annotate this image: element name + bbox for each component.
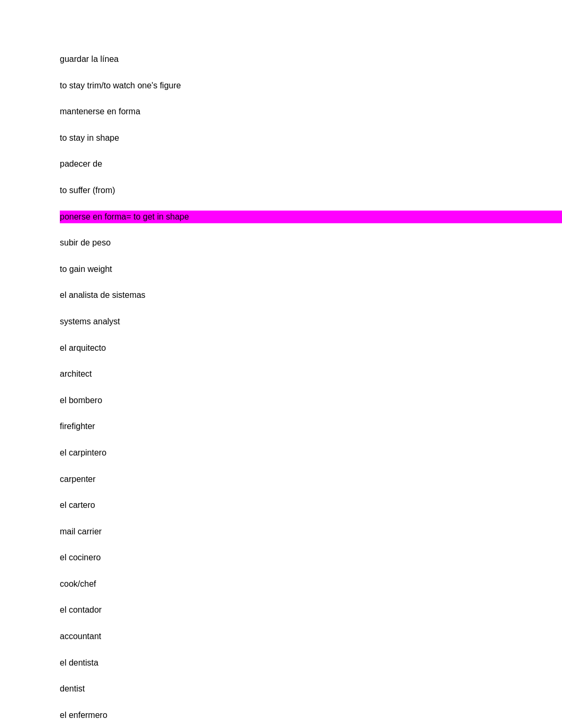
- vocab-line-23: el dentista: [60, 657, 562, 670]
- vocab-line-10: systems analyst: [60, 315, 562, 329]
- vocab-line-4: padecer de: [60, 158, 562, 171]
- vocab-line-3: to stay in shape: [60, 132, 562, 145]
- vocab-line-1: to stay trim/to watch one's figure: [60, 79, 562, 93]
- vocab-line-18: mail carrier: [60, 525, 562, 539]
- vocab-line-16: carpenter: [60, 473, 562, 486]
- vocabulary-list: guardar la líneato stay trim/to watch on…: [60, 53, 562, 728]
- vocab-line-14: firefighter: [60, 420, 562, 433]
- vocab-line-19: el cocinero: [60, 551, 562, 565]
- vocab-line-20: cook/chef: [60, 578, 562, 591]
- vocab-line-24: dentist: [60, 683, 562, 696]
- vocab-line-22: accountant: [60, 630, 562, 643]
- vocab-line-12: architect: [60, 368, 562, 381]
- vocab-line-17: el cartero: [60, 499, 562, 512]
- vocab-line-15: el carpintero: [60, 447, 562, 460]
- vocab-line-6: ponerse en forma= to get in shape: [60, 211, 562, 224]
- vocab-line-9: el analista de sistemas: [60, 289, 562, 302]
- vocab-line-11: el arquitecto: [60, 342, 562, 355]
- vocab-line-7: subir de peso: [60, 236, 562, 250]
- vocab-line-13: el bombero: [60, 394, 562, 407]
- vocab-line-5: to suffer (from): [60, 184, 562, 197]
- vocab-line-2: mantenerse en forma: [60, 105, 562, 119]
- vocab-line-21: el contador: [60, 604, 562, 617]
- vocab-line-25: el enfermero: [60, 709, 562, 722]
- vocab-line-8: to gain weight: [60, 263, 562, 276]
- vocab-line-0: guardar la línea: [60, 53, 562, 66]
